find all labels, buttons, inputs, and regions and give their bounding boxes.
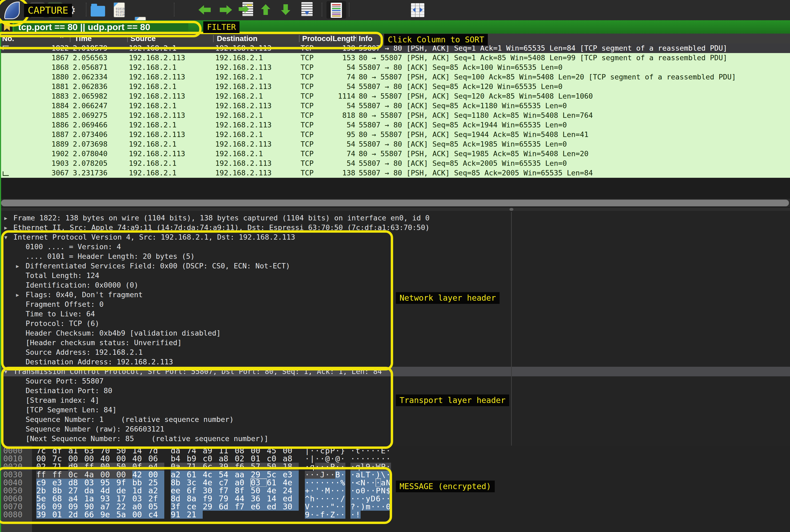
expand-arrow-icon[interactable]: ▶	[4, 213, 7, 223]
hex-row[interactable]: 0040c9e3d803959fbb258b3c4ec7a003614e····…	[0, 479, 790, 487]
hex-byte[interactable]: 25	[148, 479, 164, 487]
go-to-last-icon[interactable]	[280, 4, 291, 15]
hex-byte[interactable]: c9	[36, 479, 52, 487]
hex-byte[interactable]: e3	[283, 471, 299, 479]
scrollbar-thumb[interactable]	[1, 200, 789, 206]
detail-line[interactable]: [Header checksum status: Unverified]	[0, 338, 790, 347]
ascii-char[interactable]: ·	[320, 455, 325, 463]
detail-line[interactable]: Header Checksum: 0xb4b9 [validation disa…	[0, 328, 790, 338]
ascii-char[interactable]: l	[361, 463, 366, 471]
hex-byte[interactable]: ff	[36, 471, 52, 479]
packet-row[interactable]: 30673.231736192.168.2.1192.168.2.113TCP1…	[0, 168, 790, 178]
hex-byte[interactable]: de	[116, 487, 132, 495]
colorize-packets-icon[interactable]	[327, 1, 346, 19]
ascii-char[interactable]: D	[371, 495, 376, 503]
hex-byte[interactable]: e6	[251, 503, 267, 511]
hex-byte[interactable]: 9e	[100, 511, 116, 519]
ascii-char[interactable]: ·	[320, 479, 325, 487]
column-header-no[interactable]: No.	[2, 34, 14, 43]
packet-row[interactable]: 18852.069275192.168.2.113192.168.2.1TCP8…	[0, 111, 790, 120]
ascii-char[interactable]: ·	[315, 503, 320, 511]
detail-line[interactable]: [Next Sequence Number: 85 (relative sequ…	[0, 434, 790, 443]
hex-byte[interactable]: 61	[267, 479, 283, 487]
display-filter-input[interactable]: tcp.port == 80 || udp.port == 80	[13, 21, 188, 33]
ascii-char[interactable]: o	[355, 487, 361, 495]
ascii-char[interactable]: N	[386, 479, 391, 487]
ascii-char[interactable]: ·	[381, 495, 386, 503]
packet-row[interactable]: 18872.073406192.168.2.113192.168.2.1TCP9…	[0, 130, 790, 139]
ascii-char[interactable]: @	[325, 455, 330, 463]
hex-byte[interactable]: a0	[235, 479, 251, 487]
hex-row[interactable]: 00605e68a41a9317032f8d8af979443614ed^h··…	[0, 495, 790, 503]
hex-byte[interactable]: 50	[116, 463, 132, 471]
hex-byte[interactable]: 63	[84, 447, 100, 455]
hex-byte[interactable]: 4e	[267, 487, 283, 495]
hex-byte[interactable]: a8	[219, 455, 235, 463]
detail-line[interactable]: Sequence Number (raw): 266603121	[0, 424, 790, 434]
hex-byte[interactable]: 42	[132, 471, 148, 479]
ascii-char[interactable]: ·	[350, 487, 355, 495]
hex-byte[interactable]: 7d	[148, 447, 164, 455]
ascii-char[interactable]: %	[340, 479, 345, 487]
column-header-protocol[interactable]: Protocol	[302, 34, 333, 43]
ascii-char[interactable]: ·	[350, 479, 355, 487]
hex-byte[interactable]: 09	[52, 503, 68, 511]
ascii-char[interactable]: ·	[325, 511, 330, 519]
detail-line[interactable]: Destination Address: 192.168.2.113	[0, 357, 790, 367]
ascii-char[interactable]: $	[386, 487, 391, 495]
ascii-char[interactable]: M	[325, 487, 330, 495]
hex-byte[interactable]: 1a	[84, 495, 100, 503]
hex-byte[interactable]: 01	[52, 511, 68, 519]
ascii-char[interactable]: t	[355, 447, 361, 455]
ascii-char[interactable]: ·	[340, 463, 345, 471]
ascii-char[interactable]: ·	[320, 503, 325, 511]
hex-byte[interactable]: 8a	[187, 495, 203, 503]
packet-row[interactable]: 18802.062334192.168.2.113192.168.2.1TCP7…	[0, 72, 790, 82]
detail-line[interactable]: Destination Port: 80	[0, 386, 790, 396]
hex-row[interactable]: 00007cdfa1637050147dda74a91108004500|··c…	[0, 447, 790, 455]
hex-byte[interactable]: 79	[219, 495, 235, 503]
ascii-char[interactable]: ·	[315, 495, 320, 503]
ascii-char[interactable]: ·	[355, 503, 361, 511]
ascii-char[interactable]: "	[330, 503, 335, 511]
ascii-char[interactable]: <	[355, 479, 361, 487]
hex-byte[interactable]: 0a	[171, 463, 187, 471]
ascii-char[interactable]: \	[381, 471, 386, 479]
ascii-char[interactable]: ·	[371, 463, 376, 471]
hex-row[interactable]: 00200271d9ff00500fe40a716c39f6575018·q··…	[0, 463, 790, 471]
ascii-char[interactable]: ·	[310, 503, 315, 511]
hex-byte[interactable]: 01	[251, 455, 267, 463]
ascii-char[interactable]: +	[305, 487, 310, 495]
ascii-char[interactable]: 0	[386, 503, 391, 511]
ascii-char[interactable]: ·	[325, 471, 330, 479]
hex-byte[interactable]: 5e	[36, 495, 52, 503]
hex-byte[interactable]: 21	[187, 511, 203, 519]
ascii-char[interactable]: ·	[325, 479, 330, 487]
hex-byte[interactable]: 3c	[187, 479, 203, 487]
hex-byte[interactable]: da	[171, 447, 187, 455]
expand-arrow-icon[interactable]: ▶	[16, 290, 19, 300]
ascii-char[interactable]: E	[381, 447, 386, 455]
hex-byte[interactable]: a4	[68, 495, 84, 503]
hex-byte[interactable]: 6f	[187, 487, 203, 495]
ascii-char[interactable]: ·	[371, 479, 376, 487]
horizontal-scrollbar[interactable]	[0, 199, 790, 207]
go-forward-icon[interactable]	[220, 5, 232, 15]
ascii-char[interactable]: ·	[361, 495, 366, 503]
hex-byte[interactable]: 29	[251, 471, 267, 479]
ascii-char[interactable]: ·	[330, 471, 335, 479]
ascii-char[interactable]: !	[355, 511, 361, 519]
hex-byte[interactable]: 57	[251, 463, 267, 471]
hex-byte[interactable]: ff	[52, 471, 68, 479]
hex-byte[interactable]: ed	[267, 503, 283, 511]
ascii-char[interactable]: W	[376, 463, 381, 471]
hex-byte[interactable]: 6c	[203, 463, 219, 471]
ascii-char[interactable]: y	[366, 495, 371, 503]
hex-byte[interactable]: f9	[203, 495, 219, 503]
save-file-icon[interactable]: 010100110101110	[114, 3, 125, 17]
packet-row[interactable]: 19032.078205192.168.2.1192.168.2.113TCP5…	[0, 158, 790, 168]
hex-byte[interactable]: 4c	[203, 471, 219, 479]
hex-byte[interactable]: a9	[203, 447, 219, 455]
hex-byte[interactable]: 02	[36, 463, 52, 471]
hex-byte[interactable]: 2f	[148, 495, 164, 503]
